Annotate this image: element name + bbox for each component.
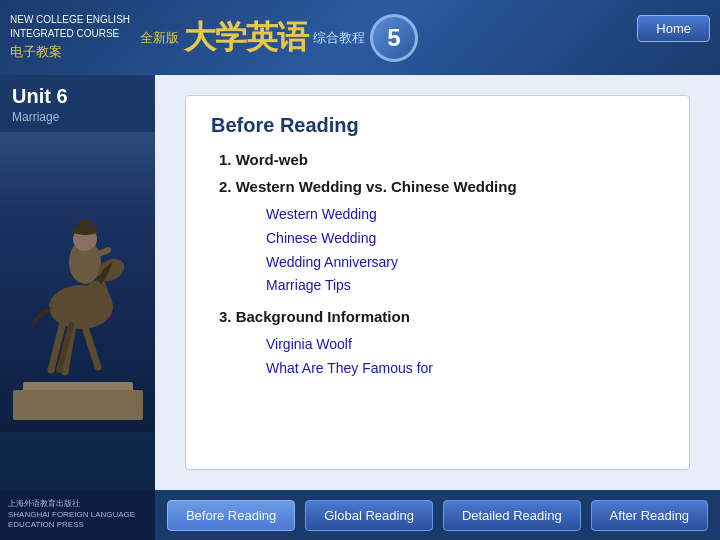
course-info: NEW COLLEGE ENGLISH INTEGRATED COURSE 电子… bbox=[10, 13, 130, 61]
publisher-logo: 上海外语教育出版社SHANGHAI FOREIGN LANGUAGE EDUCA… bbox=[0, 490, 155, 540]
banner-logo: 全新版 大学英语 综合教程 5 bbox=[140, 14, 710, 62]
bottom-nav: Before Reading Global Reading Detailed R… bbox=[155, 490, 720, 540]
unit-number-circle: 5 bbox=[370, 14, 418, 62]
svg-rect-5 bbox=[78, 220, 92, 232]
course-line2: INTEGRATED COURSE bbox=[10, 27, 130, 41]
wedding-sub-items: Western Wedding Chinese Wedding Wedding … bbox=[266, 203, 664, 298]
content-box: Before Reading 1. Word-web 2. Western We… bbox=[185, 95, 690, 470]
item-background: 3. Background Information bbox=[219, 308, 664, 325]
unit-label: Unit 6 bbox=[0, 75, 155, 110]
detailed-reading-button[interactable]: Detailed Reading bbox=[443, 500, 581, 531]
before-reading-button[interactable]: Before Reading bbox=[167, 500, 295, 531]
sub-item-virginia-woolf[interactable]: Virginia Woolf bbox=[266, 333, 664, 357]
course-line1: NEW COLLEGE ENGLISH bbox=[10, 13, 130, 27]
logo-cn-prefix: 全新版 bbox=[140, 29, 179, 47]
sub-item-marriage-tips[interactable]: Marriage Tips bbox=[266, 274, 664, 298]
section-title: Before Reading bbox=[211, 114, 664, 137]
label-left: 电子教案 bbox=[10, 43, 130, 61]
top-banner: NEW COLLEGE ENGLISH INTEGRATED COURSE 电子… bbox=[0, 0, 720, 75]
sidebar: Unit 6 Marriage bbox=[0, 75, 155, 490]
item-word-web: 1. Word-web bbox=[219, 151, 664, 168]
logo-sub: 综合教程 bbox=[313, 29, 365, 47]
unit-subtitle: Marriage bbox=[0, 110, 155, 132]
sub-item-western-wedding[interactable]: Western Wedding bbox=[266, 203, 664, 227]
sidebar-image bbox=[0, 132, 155, 432]
main-content: Before Reading 1. Word-web 2. Western We… bbox=[155, 75, 720, 490]
global-reading-button[interactable]: Global Reading bbox=[305, 500, 433, 531]
sub-item-wedding-anniversary[interactable]: Wedding Anniversary bbox=[266, 251, 664, 275]
publisher-text: 上海外语教育出版社SHANGHAI FOREIGN LANGUAGE EDUCA… bbox=[8, 499, 147, 530]
sub-item-chinese-wedding[interactable]: Chinese Wedding bbox=[266, 227, 664, 251]
logo-main: 大学英语 bbox=[184, 16, 308, 60]
background-sub-items: Virginia Woolf What Are They Famous for bbox=[266, 333, 664, 381]
after-reading-button[interactable]: After Reading bbox=[591, 500, 709, 531]
home-button[interactable]: Home bbox=[637, 15, 710, 42]
item-wedding: 2. Western Wedding vs. Chinese Wedding bbox=[219, 178, 664, 195]
sub-item-famous-for[interactable]: What Are They Famous for bbox=[266, 357, 664, 381]
svg-line-11 bbox=[85, 327, 98, 367]
svg-rect-1 bbox=[13, 390, 143, 420]
